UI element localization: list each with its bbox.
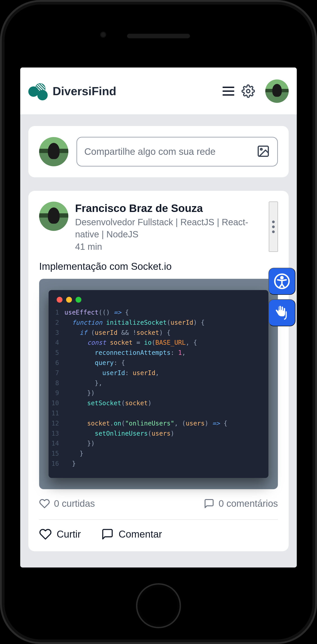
- code-line: 11: [48, 408, 268, 418]
- code-line: 10 setSocket(socket): [48, 398, 268, 408]
- brand-name: DiversiFind: [53, 84, 116, 98]
- image-icon: [257, 144, 270, 158]
- post-header: Francisco Braz de Souza Desenvolvedor Fu…: [39, 202, 278, 252]
- post-caption: Implementação com Socket.io: [39, 261, 278, 272]
- svg-point-4: [281, 276, 283, 279]
- code-line: 4 const socket = io(BASE_URL, {: [48, 338, 268, 348]
- code-line: 14 }): [48, 438, 268, 449]
- gear-icon: [242, 84, 255, 98]
- post-author-avatar[interactable]: [39, 202, 68, 231]
- code-line: 15 }: [48, 449, 268, 459]
- code-line: 9 }): [48, 388, 268, 398]
- post-timestamp: 41 min: [75, 242, 262, 252]
- code-line: 13 setOnlineUsers(users): [48, 429, 268, 439]
- comment-button-label: Comentar: [119, 528, 162, 540]
- post-actions: Curtir Comentar: [39, 528, 278, 540]
- home-button[interactable]: [136, 583, 181, 628]
- code-line: 6 query: {: [48, 358, 268, 368]
- screen: DiversiFind Compartilhe algo com sua red…: [20, 68, 297, 568]
- post-author-role: Desenvolvedor Fullstack | ReactJS | Reac…: [75, 216, 262, 240]
- sign-language-button[interactable]: [269, 299, 296, 326]
- attach-image-button[interactable]: [257, 144, 270, 159]
- code-line: 8 },: [48, 378, 268, 388]
- code-line: 3 if (userId && !socket) {: [48, 328, 268, 338]
- post-author-name[interactable]: Francisco Braz de Souza: [75, 202, 262, 215]
- comments-count[interactable]: 0 comentários: [204, 498, 278, 509]
- like-button[interactable]: Curtir: [39, 528, 81, 540]
- menu-button[interactable]: [221, 84, 236, 98]
- code-line: 16 }: [48, 459, 268, 469]
- post-options-button[interactable]: [269, 202, 278, 252]
- like-button-label: Curtir: [57, 528, 81, 540]
- compose-placeholder: Compartilhe algo com sua rede: [84, 146, 252, 157]
- code-line: 12 socket.on("onlineUsers", (users) => {: [48, 418, 268, 429]
- logo-icon: [28, 83, 48, 99]
- compose-input[interactable]: Compartilhe algo com sua rede: [76, 137, 278, 166]
- post-card: Francisco Braz de Souza Desenvolvedor Fu…: [28, 191, 289, 551]
- profile-avatar[interactable]: [265, 80, 289, 103]
- code-body: 1useEffect(() => {2 function initializeS…: [48, 308, 268, 469]
- hands-icon: [273, 304, 291, 321]
- heart-icon: [39, 498, 50, 509]
- compose-card: Compartilhe algo com sua rede: [28, 126, 289, 177]
- likes-count[interactable]: 0 curtidas: [39, 498, 95, 509]
- svg-point-0: [247, 89, 250, 93]
- likes-count-text: 0 curtidas: [54, 498, 95, 509]
- heart-icon: [39, 528, 52, 540]
- post-stats: 0 curtidas 0 comentários: [39, 498, 278, 509]
- divider: [39, 519, 278, 520]
- code-line: 1useEffect(() => {: [48, 308, 268, 318]
- code-line: 7 userId: userId,: [48, 368, 268, 378]
- comment-icon: [204, 498, 215, 509]
- dots-icon: [272, 220, 275, 223]
- comments-count-text: 0 comentários: [219, 498, 278, 509]
- accessibility-button[interactable]: [269, 268, 296, 295]
- accessibility-buttons: [269, 268, 296, 326]
- code-window: 1useEffect(() => {2 function initializeS…: [48, 290, 268, 478]
- settings-button[interactable]: [241, 84, 255, 98]
- code-line: 5 reconnectionAttempts: 1,: [48, 348, 268, 358]
- svg-point-2: [261, 148, 262, 150]
- comment-button[interactable]: Comentar: [101, 528, 162, 540]
- post-image-code: 1useEffect(() => {2 function initializeS…: [39, 279, 278, 489]
- menu-icon: [223, 87, 234, 96]
- feed: Compartilhe algo com sua rede Francisco …: [20, 115, 297, 562]
- code-line: 2 function initializeSocket(userId) {: [48, 318, 268, 328]
- phone-frame: DiversiFind Compartilhe algo com sua red…: [0, 0, 317, 644]
- accessibility-icon: [273, 273, 291, 290]
- window-traffic-lights: [48, 297, 268, 308]
- compose-avatar[interactable]: [39, 137, 68, 166]
- brand-logo[interactable]: DiversiFind: [28, 83, 116, 99]
- comment-icon: [101, 528, 114, 540]
- topbar: DiversiFind: [20, 68, 297, 115]
